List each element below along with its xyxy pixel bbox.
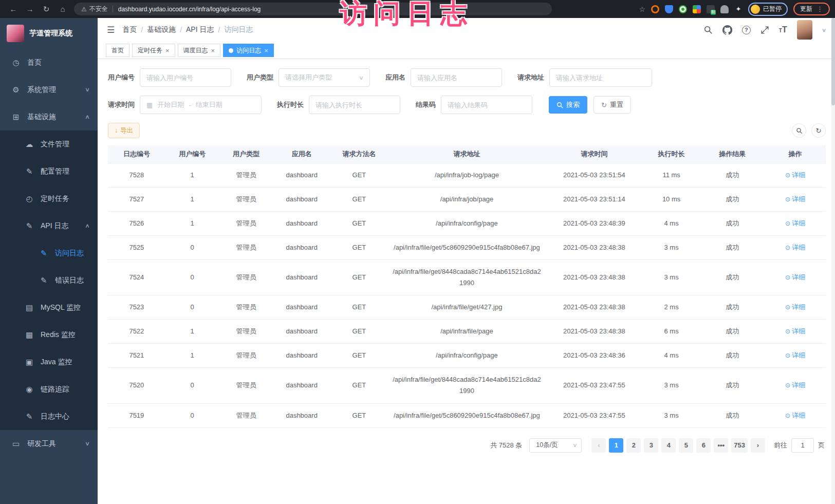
docs-help-icon[interactable]: ? [742, 26, 751, 34]
cell-duration: 3 ms [643, 235, 700, 259]
result-code-input[interactable] [441, 96, 532, 114]
close-icon[interactable]: × [211, 47, 215, 54]
table-row: 75200管理员dashboardGET/api/infra/file/get/… [108, 368, 826, 403]
sidebar-item-api-log[interactable]: ✎API 日志∧ [0, 212, 98, 239]
breadcrumb-item[interactable]: 基础设施 [147, 25, 176, 34]
sidebar-item-config[interactable]: ✎配置管理 [0, 158, 98, 185]
user-type-select[interactable]: 请选择用户类型∨ [279, 68, 370, 87]
page-button-4[interactable]: 4 [661, 438, 676, 453]
profile-paused-badge[interactable]: 已暂停 [748, 3, 788, 16]
page-button-2[interactable]: 2 [626, 438, 641, 453]
sidebar-item-devtools[interactable]: ▭研发工具∨ [0, 430, 98, 457]
font-size-icon[interactable]: TT [779, 25, 787, 34]
detail-link[interactable]: ⊙详细 [785, 381, 805, 389]
browser-reload-icon[interactable]: ↻ [38, 5, 54, 14]
tab-定时任务[interactable]: 定时任务× [132, 44, 175, 57]
browser-home-icon[interactable]: ⌂ [54, 5, 71, 13]
extension-icon[interactable] [679, 5, 687, 13]
user-id-input[interactable] [140, 68, 231, 87]
sidebar-item-mysql[interactable]: ▤MySQL 监控 [0, 294, 98, 321]
scrollbar[interactable] [831, 18, 835, 504]
sidebar-item-label: 定时任务 [41, 194, 69, 203]
reset-button[interactable]: ↻ 重置 [593, 96, 631, 114]
tab-访问日志[interactable]: 访问日志× [223, 44, 274, 57]
page-size-select[interactable]: 10条/页∨ [529, 438, 582, 453]
security-label[interactable]: 不安全 [89, 5, 108, 13]
detail-link[interactable]: ⊙详细 [785, 195, 805, 203]
extensions-pin-icon[interactable]: ✦ [734, 5, 743, 13]
request-url-input[interactable] [549, 68, 652, 87]
breadcrumb-item[interactable]: API 日志 [186, 25, 214, 34]
app-name-input[interactable] [411, 68, 502, 87]
chrome-update-button[interactable]: 更新 ⋮ [793, 3, 830, 15]
sidebar-item-redis[interactable]: ▦Redis 监控 [0, 321, 98, 348]
github-icon[interactable] [722, 25, 732, 35]
address-bar[interactable]: ⚠ 不安全 dashboard.yudao.iocoder.cn/infra/l… [74, 3, 552, 15]
detail-link[interactable]: ⊙详细 [785, 303, 805, 311]
sidebar-item-trace[interactable]: ◉链路追踪 [0, 376, 98, 403]
detail-link[interactable]: ⊙详细 [785, 244, 805, 251]
sidebar-item-job[interactable]: ◴定时任务 [0, 185, 98, 212]
breadcrumb-item[interactable]: 首页 [122, 25, 137, 34]
detail-link[interactable]: ⊙详细 [785, 412, 805, 419]
app-logo[interactable]: 芋道管理系统 [0, 18, 98, 49]
sidebar-item-java[interactable]: ▣Java 监控 [0, 348, 98, 376]
tab-调度日志[interactable]: 调度日志× [178, 44, 221, 57]
page-ellipsis[interactable]: ••• [714, 438, 728, 453]
request-time-daterange[interactable]: ▦开始日期-结束日期 [140, 96, 262, 114]
sidebar-item-error-log[interactable]: ✎错误日志 [0, 267, 98, 294]
eye-icon: ⊙ [785, 412, 790, 419]
refresh-table-icon[interactable]: ↻ [811, 123, 826, 138]
close-icon[interactable]: × [264, 47, 268, 54]
search-button[interactable]: 搜索 [549, 96, 587, 114]
sidebar-item-file[interactable]: ☁文件管理 [0, 130, 98, 158]
browser-forward-icon[interactable]: → [22, 5, 38, 13]
bookmark-star-icon[interactable]: ☆ [639, 5, 645, 13]
chevron-down-icon: ∨ [85, 440, 90, 447]
page-button-3[interactable]: 3 [644, 438, 658, 453]
user-avatar[interactable] [797, 20, 812, 40]
page-button-5[interactable]: 5 [679, 438, 693, 453]
extension-translate-icon[interactable]: 翻 [707, 5, 715, 13]
hide-search-icon[interactable] [792, 123, 806, 138]
close-icon[interactable]: × [165, 47, 170, 54]
page-button-1[interactable]: 1 [609, 438, 623, 453]
next-page-button[interactable]: › [751, 438, 765, 453]
extension-icon[interactable] [720, 5, 729, 13]
filter-label: 应用名 [385, 73, 405, 82]
detail-link[interactable]: ⊙详细 [785, 273, 805, 281]
detail-link[interactable]: ⊙详细 [785, 219, 805, 227]
sidebar-item-log-center[interactable]: ✎日志中心 [0, 403, 98, 430]
detail-link[interactable]: ⊙详细 [785, 351, 805, 359]
prev-page-button[interactable]: ‹ [591, 438, 606, 453]
page-button-6[interactable]: 6 [696, 438, 711, 453]
page-url[interactable]: dashboard.yudao.iocoder.cn/infra/log/api… [118, 6, 261, 13]
detail-link[interactable]: ⊙详细 [785, 327, 805, 335]
cell-result: 成功 [700, 211, 765, 235]
browser-menu-icon[interactable]: ⋮ [817, 5, 823, 13]
cell-action: ⊙详细 [765, 235, 826, 259]
scrollbar-thumb[interactable] [831, 18, 835, 105]
extension-icon[interactable] [651, 5, 659, 13]
active-tab-dot [229, 48, 233, 53]
goto-page-input[interactable] [791, 438, 814, 453]
cell-user_type: 管理员 [219, 259, 273, 295]
sidebar-item-home[interactable]: ◷首页 [0, 49, 98, 76]
duration-input[interactable] [309, 96, 400, 114]
chevron-down-icon[interactable]: ∨ [821, 27, 826, 33]
cell-user_id: 1 [165, 211, 219, 235]
sidebar-item-infra[interactable]: ⊞基础设施∧ [0, 103, 98, 130]
extension-shield-icon[interactable] [665, 5, 673, 13]
browser-back-icon[interactable]: ← [5, 5, 22, 13]
sidebar-item-system[interactable]: ⚙系统管理∨ [0, 76, 98, 103]
fullscreen-icon[interactable] [760, 26, 769, 34]
cloud-upload-icon: ☁ [24, 140, 35, 149]
tab-首页[interactable]: 首页 [106, 44, 129, 57]
extension-icon[interactable] [693, 5, 701, 13]
search-icon[interactable] [703, 25, 713, 34]
sidebar-item-access-log[interactable]: ✎访问日志 [0, 239, 98, 267]
detail-link[interactable]: ⊙详细 [785, 171, 805, 179]
export-button[interactable]: ↓ 导出 [108, 123, 140, 138]
page-button-753[interactable]: 753 [731, 438, 748, 453]
sidebar-toggle-icon[interactable]: ☰ [107, 25, 115, 35]
